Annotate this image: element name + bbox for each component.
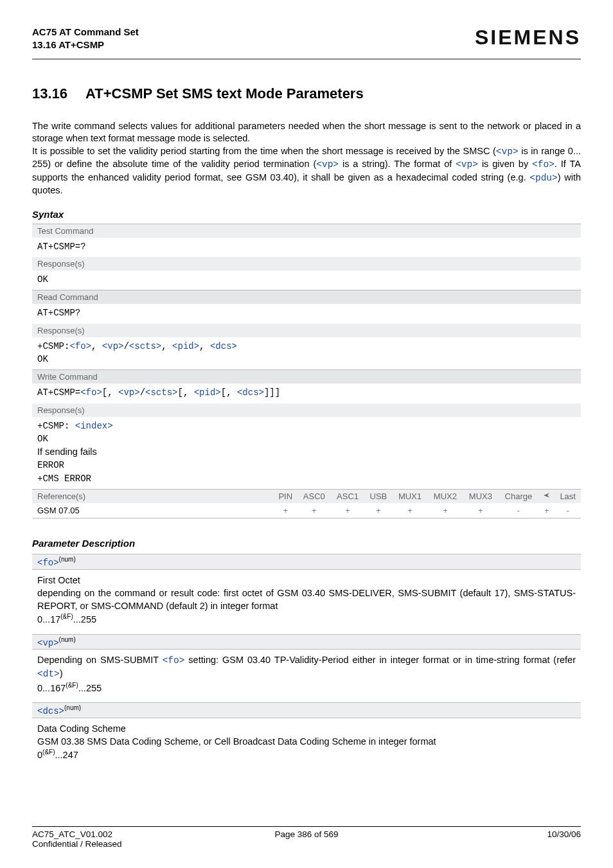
index-link[interactable]: <index>	[75, 421, 113, 431]
col-usb: USB	[364, 489, 392, 503]
read-response-line: +CSMP:<fo>, <vp>/<scts>, <pid>, <dcs>	[37, 340, 576, 353]
response-ok: OK	[37, 432, 576, 445]
vp-desc: Depending on SMS-SUBMIT <fo> setting: GS…	[37, 653, 576, 681]
test-command-block: Test Command AT+CSMP=? Response(s) OK	[32, 224, 581, 290]
responses-bar: Response(s)	[32, 403, 581, 417]
page-header: AC75 AT Command Set 13.16 AT+CSMP SIEMEN…	[32, 26, 581, 60]
footer-confidential: Confidential / Released	[32, 839, 122, 849]
vp-link[interactable]: <vp>	[496, 146, 519, 157]
scts-link[interactable]: <scts>	[129, 341, 161, 351]
ref-cell: +	[298, 503, 331, 518]
ref-cell: +	[331, 503, 364, 518]
footer-version: AC75_ATC_V01.002	[32, 829, 112, 839]
read-command-text: AT+CSMP?	[37, 306, 576, 319]
vp-link[interactable]: <vp>	[102, 341, 124, 351]
param-dcs-bar: <dcs>(num)	[32, 702, 581, 718]
param-vp-bar: <vp>(num)	[32, 634, 581, 650]
dcs-link[interactable]: <dcs>	[210, 341, 237, 351]
pid-link[interactable]: <pid>	[194, 387, 221, 398]
section-number: 13.16	[32, 85, 67, 102]
vp-tag[interactable]: <vp>	[37, 637, 59, 648]
dcs-title: Data Coding Scheme	[37, 722, 576, 735]
col-pin: PIN	[274, 489, 298, 503]
dcs-link[interactable]: <dcs>	[237, 387, 264, 398]
doc-subtitle: 13.16 AT+CSMP	[32, 39, 139, 51]
intro-text-1: The write command selects values for add…	[32, 121, 581, 144]
vp-range: 0...167(&F)...255	[37, 681, 576, 695]
syntax-heading: Syntax	[32, 209, 581, 220]
param-fo-body: First Octet depending on the command or …	[32, 570, 581, 629]
airplane-icon	[543, 492, 551, 499]
fo-link[interactable]: <fo>	[80, 387, 102, 398]
param-dcs-body: Data Coding Scheme GSM 03.38 SMS Data Co…	[32, 718, 581, 765]
response-fail-text: If sending fails	[37, 445, 576, 459]
ref-cell: +	[427, 503, 463, 518]
ref-cell: -	[498, 503, 538, 518]
read-command-bar: Read Command	[32, 290, 581, 304]
responses-bar: Response(s)	[32, 324, 581, 337]
intro-text-2d: is given by	[478, 159, 532, 169]
parameter-description-heading: Parameter Description	[32, 538, 581, 549]
vp-link[interactable]: <vp>	[316, 159, 339, 170]
fo-link[interactable]: <fo>	[69, 341, 91, 351]
fo-link[interactable]: <fo>	[163, 655, 185, 666]
fo-desc: depending on the command or result code:…	[37, 587, 576, 613]
ref-head: Reference(s)	[32, 489, 274, 503]
write-command-bar: Write Command	[32, 370, 581, 384]
test-command-bar: Test Command	[32, 224, 581, 238]
write-command-block: Write Command AT+CSMP=<fo>[, <vp>/<scts>…	[32, 369, 581, 489]
fo-range: 0...17(&F)...255	[37, 612, 576, 626]
vp-sup: (num)	[59, 636, 76, 643]
col-arrow	[538, 489, 555, 503]
vp-link[interactable]: <vp>	[456, 159, 478, 170]
response-error: ERROR	[37, 459, 576, 472]
dcs-tag[interactable]: <dcs>	[37, 706, 64, 716]
pid-link[interactable]: <pid>	[172, 341, 199, 351]
ref-cell: +	[274, 503, 298, 518]
csmp-prefix: +CSMP:	[37, 341, 69, 351]
ref-value: GSM 07.05	[32, 503, 274, 518]
dt-link[interactable]: <dt>	[37, 669, 60, 679]
page-footer: AC75_ATC_V01.002 Confidential / Released…	[32, 826, 581, 849]
intro-text-2a: It is possible to set the validity perio…	[32, 146, 496, 156]
footer-page: Page 386 of 569	[215, 829, 398, 849]
footer-left: AC75_ATC_V01.002 Confidential / Released	[32, 829, 215, 849]
col-last: Last	[555, 489, 581, 503]
ref-cell: +	[364, 503, 392, 518]
col-mux2: MUX2	[427, 489, 463, 503]
response-ok: OK	[37, 273, 576, 286]
reference-table: Reference(s) PIN ASC0 ASC1 USB MUX1 MUX2…	[32, 489, 581, 518]
dcs-range: 0(&F)...247	[37, 748, 576, 761]
ref-cell: +	[393, 503, 428, 518]
ref-cell: +	[463, 503, 498, 518]
dcs-desc: GSM 03.38 SMS Data Coding Scheme, or Cel…	[37, 735, 576, 748]
pdu-link[interactable]: <pdu>	[529, 173, 558, 183]
read-command-block: Read Command AT+CSMP? Response(s) +CSMP:…	[32, 290, 581, 369]
fo-tag[interactable]: <fo>	[37, 558, 59, 568]
response-ok: OK	[37, 353, 576, 366]
param-fo-bar: <fo>(num)	[32, 554, 581, 570]
brand-logo: SIEMENS	[475, 26, 581, 49]
doc-title: AC75 AT Command Set	[32, 26, 139, 39]
response-cms-error: +CMS ERROR	[37, 472, 576, 485]
ref-cell: +	[538, 503, 555, 518]
test-command-text: AT+CSMP=?	[37, 240, 576, 253]
col-mux3: MUX3	[463, 489, 498, 503]
ref-cell: -	[555, 503, 581, 518]
fo-link[interactable]: <fo>	[532, 159, 555, 170]
fo-title: First Octet	[37, 574, 576, 587]
intro-text-2c: is a string). The format of	[339, 159, 456, 169]
col-asc1: ASC1	[331, 489, 364, 503]
fo-sup: (num)	[59, 556, 76, 563]
intro-paragraph: The write command selects values for add…	[32, 120, 581, 197]
scts-link[interactable]: <scts>	[145, 387, 177, 398]
responses-bar: Response(s)	[32, 257, 581, 270]
col-mux1: MUX1	[393, 489, 428, 503]
param-vp-body: Depending on SMS-SUBMIT <fo> setting: GS…	[32, 650, 581, 697]
header-left: AC75 AT Command Set 13.16 AT+CSMP	[32, 26, 139, 52]
col-asc0: ASC0	[298, 489, 331, 503]
footer-date: 10/30/06	[398, 829, 581, 849]
section-title: AT+CSMP Set SMS text Mode Parameters	[85, 85, 364, 102]
section-heading: 13.16AT+CSMP Set SMS text Mode Parameter…	[32, 85, 581, 102]
vp-link[interactable]: <vp>	[118, 387, 140, 398]
